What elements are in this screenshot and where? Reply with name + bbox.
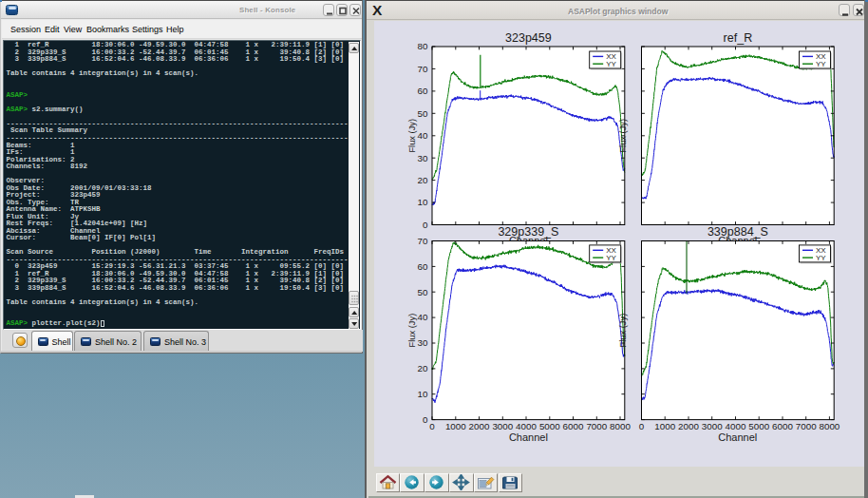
svg-text:8000: 8000 — [610, 421, 631, 431]
svg-text:1000: 1000 — [445, 421, 466, 431]
svg-text:YY: YY — [816, 60, 826, 68]
svg-text:0: 0 — [423, 220, 428, 230]
svg-text:30: 30 — [418, 153, 428, 163]
svg-text:7000: 7000 — [796, 421, 817, 431]
svg-text:6000: 6000 — [772, 421, 793, 431]
svg-text:60: 60 — [418, 86, 428, 96]
svg-text:70: 70 — [418, 64, 428, 74]
svg-text:70: 70 — [418, 236, 428, 246]
svg-text:3000: 3000 — [702, 421, 723, 431]
svg-text:3000: 3000 — [492, 421, 513, 431]
svg-text:20: 20 — [418, 363, 428, 374]
svg-text:8000: 8000 — [820, 421, 840, 431]
svg-text:10: 10 — [418, 389, 428, 399]
svg-text:Flux (Jy): Flux (Jy) — [618, 314, 628, 348]
svg-text:5000: 5000 — [748, 421, 769, 431]
svg-text:40: 40 — [418, 312, 428, 322]
svg-text:4000: 4000 — [726, 421, 746, 431]
svg-text:Flux (Jy): Flux (Jy) — [407, 314, 417, 348]
svg-text:2000: 2000 — [678, 421, 699, 431]
svg-text:80: 80 — [418, 41, 428, 51]
svg-text:60: 60 — [418, 261, 428, 272]
svg-text:5000: 5000 — [539, 421, 560, 431]
svg-text:10: 10 — [418, 197, 428, 207]
svg-text:0: 0 — [639, 421, 645, 431]
svg-text:50: 50 — [418, 108, 428, 119]
svg-text:7000: 7000 — [586, 421, 607, 431]
svg-text:40: 40 — [418, 130, 428, 141]
svg-text:4000: 4000 — [516, 421, 537, 431]
svg-text:ref_R: ref_R — [724, 31, 753, 45]
svg-text:YY: YY — [816, 254, 826, 262]
svg-text:339p884_S: 339p884_S — [708, 225, 768, 239]
svg-text:20: 20 — [418, 175, 428, 185]
svg-text:329p339_S: 329p339_S — [498, 225, 558, 239]
svg-text:Flux (Jy): Flux (Jy) — [407, 119, 417, 153]
svg-text:Flux (Jy): Flux (Jy) — [618, 119, 628, 153]
svg-text:50: 50 — [418, 287, 428, 297]
svg-text:Channel: Channel — [509, 431, 548, 443]
svg-text:2000: 2000 — [469, 421, 490, 431]
svg-text:Channel: Channel — [718, 431, 757, 443]
svg-text:YY: YY — [606, 254, 616, 262]
svg-text:30: 30 — [418, 337, 428, 348]
svg-text:0: 0 — [429, 421, 435, 431]
svg-text:YY: YY — [606, 60, 616, 68]
svg-text:1000: 1000 — [654, 421, 675, 431]
svg-text:6000: 6000 — [563, 421, 584, 431]
svg-text:0: 0 — [423, 414, 428, 425]
svg-text:323p459: 323p459 — [505, 31, 552, 45]
